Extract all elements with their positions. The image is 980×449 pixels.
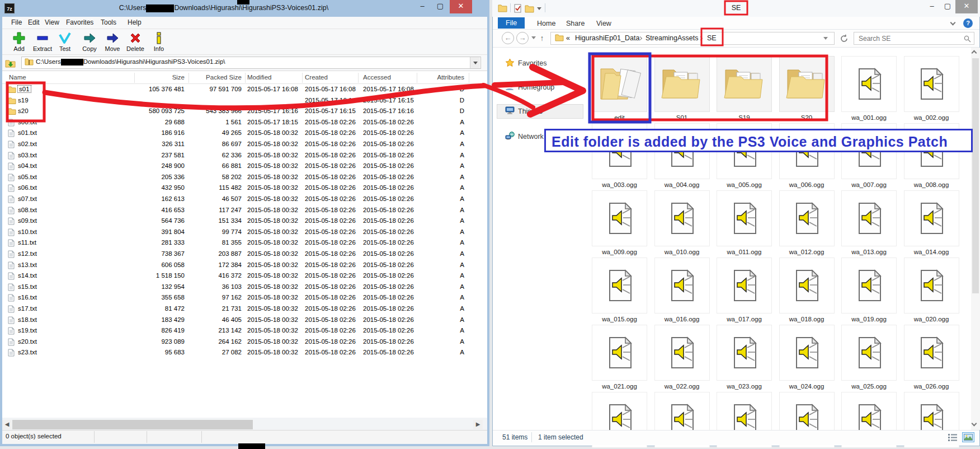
grid-item-wa_026.ogg[interactable] bbox=[904, 325, 959, 381]
hscroll-right-button[interactable]: ▶ bbox=[473, 420, 483, 429]
forward-button[interactable]: → bbox=[516, 32, 529, 44]
grid-item-S19[interactable] bbox=[717, 56, 772, 112]
grid-item-wa_013.ogg[interactable] bbox=[841, 190, 897, 246]
file-row[interactable]: s01.txt186 91649 2652015-05-18 00:322015… bbox=[2, 128, 487, 139]
test-button[interactable]: Test bbox=[53, 30, 77, 54]
qat-properties-icon[interactable] bbox=[513, 4, 522, 15]
breadcrumb-streamingassets[interactable]: StreamingAssets bbox=[646, 34, 698, 42]
grid-item-S20[interactable] bbox=[779, 56, 835, 112]
grid-item-edit[interactable] bbox=[592, 56, 647, 112]
parent-folder-button[interactable] bbox=[4, 57, 17, 68]
grid-item-wa_018.ogg[interactable] bbox=[779, 258, 835, 314]
file-row[interactable]: s12.txt738 367203 8872015-05-18 00:32201… bbox=[2, 249, 487, 260]
grid-item-wa_024.ogg[interactable] bbox=[779, 325, 835, 381]
column-header-created[interactable]: Created bbox=[305, 74, 359, 81]
file-row[interactable]: s192015-05-17 16:142015-05-17 16:15D bbox=[2, 95, 487, 106]
file-row[interactable]: s18.txt183 42946 4052015-05-18 00:322015… bbox=[2, 315, 487, 326]
file-row[interactable]: s23.txt95 68327 0822015-05-18 00:322015-… bbox=[2, 347, 487, 358]
file-row[interactable]: s11.txt281 33381 3552015-05-18 00:322015… bbox=[2, 237, 487, 249]
grid-item-wa_017.ogg[interactable] bbox=[717, 258, 772, 314]
menu-help[interactable]: Help bbox=[128, 18, 142, 26]
breadcrumb-se[interactable]: SE bbox=[707, 34, 717, 42]
file-row[interactable]: s03.txt237 58162 3362015-05-18 00:322015… bbox=[2, 150, 487, 161]
search-input[interactable] bbox=[859, 34, 959, 43]
file-row[interactable]: s20580 093 725543 383 9662015-05-17 16:1… bbox=[2, 106, 487, 117]
breadcrumb-overflow[interactable]: « bbox=[566, 34, 570, 42]
sidebar-item-this-pc[interactable]: This PC bbox=[518, 107, 543, 115]
grid-item-wa_016.ogg[interactable] bbox=[654, 258, 710, 314]
breadcrumb-higurashiep01-data[interactable]: HigurashiEp01_Data bbox=[575, 34, 639, 42]
grid-item-wa_011.ogg[interactable] bbox=[717, 190, 772, 246]
file-row[interactable]: s07.txt162 61346 5072015-05-18 00:322015… bbox=[2, 194, 487, 205]
column-header-attributes[interactable]: Attributes bbox=[417, 74, 464, 81]
minimize-button[interactable]: – bbox=[924, 0, 940, 13]
file-row[interactable]: s14.txt1 518 150416 3722015-05-18 00:322… bbox=[2, 270, 487, 282]
file-row[interactable]: s13.txt606 058172 3842015-05-18 00:32201… bbox=[2, 260, 487, 271]
file-row[interactable]: s19.txt826 419213 1422015-05-18 00:32201… bbox=[2, 325, 487, 336]
maximize-button[interactable]: ▢ bbox=[940, 0, 955, 13]
file-row[interactable]: s05.txt205 33658 2022015-05-18 00:322015… bbox=[2, 172, 487, 183]
hscroll-left-button[interactable]: ◀ bbox=[2, 420, 12, 429]
file-row[interactable]: s00.txt29 6881 5612015-05-17 18:152015-0… bbox=[2, 117, 487, 128]
file-row[interactable]: s08.txt416 653117 2472015-05-18 00:32201… bbox=[2, 205, 487, 216]
column-header-size[interactable]: Size bbox=[135, 74, 185, 81]
address-dropdown-button[interactable] bbox=[470, 57, 480, 68]
file-row[interactable]: s17.txt81 47221 7312015-05-18 00:322015-… bbox=[2, 303, 487, 315]
delete-button[interactable]: Delete bbox=[123, 30, 148, 54]
sidebar-item-favorites[interactable]: Favorites bbox=[518, 59, 546, 67]
grid-item-wa_022.ogg[interactable] bbox=[654, 325, 710, 381]
file-row[interactable]: s09.txt564 736151 3342015-05-18 00:32201… bbox=[2, 216, 487, 227]
file-row[interactable]: s15.txt132 95436 1032015-05-18 00:322015… bbox=[2, 282, 487, 293]
file-row[interactable]: s02.txt326 31186 6972015-05-18 00:322015… bbox=[2, 139, 487, 150]
file-row[interactable]: s06.txt432 950115 4822015-05-18 00:32201… bbox=[2, 183, 487, 194]
grid-item-wa_021.ogg[interactable] bbox=[592, 325, 647, 381]
grid-item-wa_002.ogg[interactable] bbox=[904, 56, 959, 112]
file-row[interactable]: s16.txt355 65897 1622015-05-18 00:322015… bbox=[2, 292, 487, 303]
column-header-packed-size[interactable]: Packed Size bbox=[190, 74, 242, 81]
back-button[interactable]: ← bbox=[502, 32, 514, 44]
grid-item-wa_010.ogg[interactable] bbox=[654, 190, 710, 246]
menu-file[interactable]: File bbox=[11, 18, 22, 26]
move-button[interactable]: Move bbox=[100, 30, 125, 54]
grid-item-wa_023.ogg[interactable] bbox=[717, 325, 772, 381]
file-row[interactable]: s01105 376 48197 591 7092015-05-17 16:08… bbox=[2, 84, 487, 95]
add-button[interactable]: Add bbox=[7, 30, 31, 54]
column-header-modified[interactable]: Modified bbox=[247, 74, 301, 81]
details-view-button[interactable] bbox=[946, 432, 959, 442]
qat-new-folder-icon[interactable] bbox=[525, 4, 534, 15]
grid-item-wa_019.ogg[interactable] bbox=[841, 258, 897, 314]
vscroll-thumb[interactable] bbox=[972, 58, 979, 293]
hscroll-thumb[interactable] bbox=[12, 420, 253, 429]
file-row[interactable]: s20.txt923 089264 1622015-05-18 00:32201… bbox=[2, 336, 487, 348]
grid-item-wa_014.ogg[interactable] bbox=[904, 190, 959, 246]
grid-item-wa_001.ogg[interactable] bbox=[841, 56, 897, 112]
help-icon[interactable]: ? bbox=[963, 18, 973, 28]
refresh-icon[interactable] bbox=[838, 32, 850, 45]
sidebar-item-network[interactable]: Network bbox=[518, 133, 544, 141]
grid-item-wa_020.ogg[interactable] bbox=[904, 258, 959, 314]
close-button[interactable]: ✕ bbox=[955, 0, 978, 13]
grid-item-wa_015.ogg[interactable] bbox=[592, 258, 647, 314]
sidebar-item-homegroup[interactable]: Homegroup bbox=[518, 83, 554, 91]
grid-item-wa_009.ogg[interactable] bbox=[592, 190, 647, 246]
file-row[interactable]: s10.txt391 80499 7742015-05-18 00:322015… bbox=[2, 227, 487, 238]
column-header-name[interactable]: Name bbox=[9, 74, 121, 81]
close-button[interactable]: ✕ bbox=[450, 0, 472, 13]
tab-view[interactable]: View bbox=[591, 18, 617, 29]
extract-button[interactable]: Extract bbox=[30, 30, 55, 54]
menu-view[interactable]: View bbox=[45, 18, 59, 26]
minimize-button[interactable]: – bbox=[414, 0, 431, 13]
grid-item-S01[interactable] bbox=[654, 56, 710, 112]
file-row[interactable]: s04.txt248 90066 8812015-05-18 00:322015… bbox=[2, 161, 487, 172]
tab-home[interactable]: Home bbox=[531, 18, 561, 29]
thumbnails-view-button[interactable] bbox=[962, 432, 974, 442]
up-button[interactable]: ↑ bbox=[536, 32, 548, 44]
column-header-accessed[interactable]: Accessed bbox=[363, 74, 417, 81]
menu-edit[interactable]: Edit bbox=[28, 18, 40, 26]
info-button[interactable]: Info bbox=[147, 30, 171, 54]
copy-button[interactable]: Copy bbox=[77, 30, 102, 54]
menu-tools[interactable]: Tools bbox=[101, 18, 116, 26]
menu-favorites[interactable]: Favorites bbox=[66, 18, 93, 26]
grid-item-wa_012.ogg[interactable] bbox=[779, 190, 835, 246]
tab-file[interactable]: File bbox=[498, 17, 525, 29]
